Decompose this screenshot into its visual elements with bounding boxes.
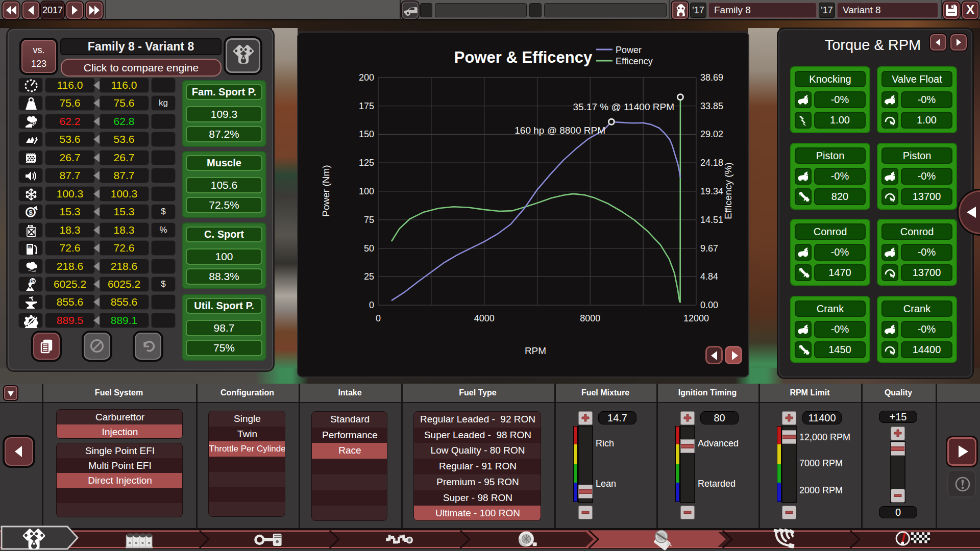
svg-text:160 hp @ 8800 RPM: 160 hp @ 8800 RPM [514,125,605,136]
svg-text:4000: 4000 [474,313,495,323]
svg-text:25: 25 [364,271,374,282]
svg-text:125: 125 [359,158,374,168]
svg-text:12000: 12000 [683,313,709,323]
svg-text:Power & Efficency: Power & Efficency [454,48,593,66]
svg-text:75: 75 [364,215,374,225]
svg-text:50: 50 [364,243,374,254]
svg-text:35.17 % @ 11400 RPM: 35.17 % @ 11400 RPM [573,102,675,112]
svg-text:Efficency: Efficency [616,56,653,66]
svg-text:200: 200 [359,72,374,83]
svg-text:Efficency (%): Efficency (%) [723,162,733,219]
svg-text:9.67: 9.67 [700,243,718,254]
svg-text:24.18: 24.18 [700,158,723,168]
svg-text:14.51: 14.51 [700,215,723,225]
svg-text:8000: 8000 [580,313,600,323]
svg-text:Power: Power [616,45,642,55]
svg-text:0: 0 [376,313,381,323]
svg-text:Power (Nm): Power (Nm) [321,165,331,216]
svg-text:0.00: 0.00 [700,300,718,310]
svg-text:175: 175 [359,101,374,111]
svg-text:150: 150 [359,129,374,139]
svg-text:4.84: 4.84 [700,271,718,282]
svg-text:0: 0 [369,300,374,310]
svg-text:33.85: 33.85 [700,101,723,111]
svg-text:19.34: 19.34 [700,186,723,196]
svg-text:38.69: 38.69 [700,72,723,83]
svg-text:100: 100 [359,186,374,196]
svg-text:RPM: RPM [525,345,546,356]
svg-text:29.02: 29.02 [700,129,723,139]
